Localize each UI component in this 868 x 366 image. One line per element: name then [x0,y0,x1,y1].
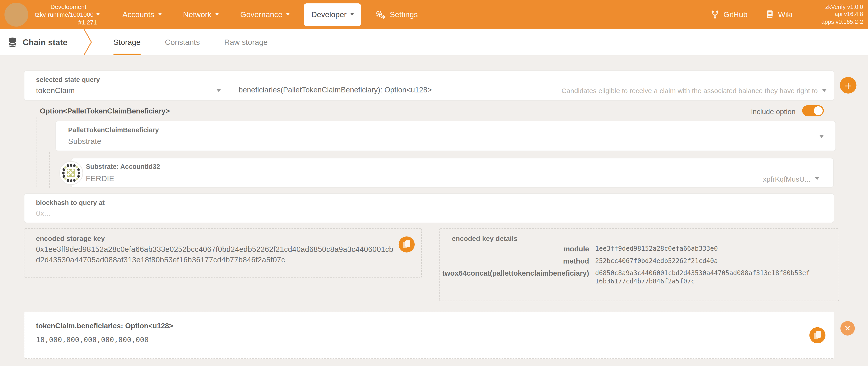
option-wrapper-label: Option<PalletTokenClaimBeneficiary> [40,107,170,115]
detail-value: d6850c8a9a3c4406001cbd2d43530a44705ad088… [595,269,810,286]
app-window: Development tzkv-runtime/1001000 #1,271 … [0,0,868,366]
key-detail-row: method 252bcc4067f0bd24edb52262f21cd40a [440,257,831,265]
breadcrumb-chevron [83,29,93,55]
account-identicon [59,161,83,185]
key-detail-row: twox64concat(pallettokenclaimbeneficiary… [440,269,831,286]
detail-name: module [440,245,589,253]
detail-value: 1ee3ff9ded98152a28c0efa66ab333e0 [595,245,718,253]
tab-constants[interactable]: Constants [165,29,200,55]
api-version: api v16.4.8 [822,11,863,18]
nav-item-developer[interactable]: Developer [304,3,361,26]
include-option-toggle[interactable] [802,105,824,116]
detail-name: method [440,257,589,265]
chevron-down-icon[interactable] [216,89,221,92]
book-icon [767,10,774,19]
chevron-down-icon [158,13,161,16]
query-result-card: tokenClaim.beneficiaries: Option<u128> 1… [24,312,834,359]
apps-version: apps v0.165.2-2 [822,18,863,26]
encoded-key-label: encoded storage key [36,235,105,242]
copy-icon [814,331,821,339]
github-link[interactable]: GitHub [711,10,747,19]
method-dropdown[interactable]: beneficiaries(PalletTokenClaimBeneficiar… [239,86,432,94]
chain-info[interactable]: Development tzkv-runtime/1001000 #1,271 [32,3,99,26]
method-hint: Candidates eligible to receive a claim w… [561,87,818,95]
result-label: tokenClaim.beneficiaries: Option<u128> [36,322,173,330]
chevron-down-icon[interactable] [822,89,826,92]
query-label: selected state query [36,76,100,84]
result-value: 10,000,000,000,000,000,000 [36,336,149,344]
detail-value: 252bcc4067f0bd24edb52262f21cd40a [595,257,718,265]
key-details-rows: module 1ee3ff9ded98152a28c0efa66ab333e0 … [440,245,831,289]
blockhash-label: blockhash to query at [36,199,104,207]
remove-result-button[interactable]: ✕ [840,321,855,336]
detail-name: twox64concat(pallettokenclaimbeneficiary… [440,269,589,286]
state-query-card: selected state query tokenClaim benefici… [24,70,834,101]
tab-raw-storage[interactable]: Raw storage [224,29,268,55]
account-name[interactable]: FERDIE [86,174,114,183]
account-address: xpfrKqfMusU... [763,175,811,183]
copy-icon [403,240,410,248]
chevron-down-icon[interactable] [815,177,819,180]
main-nav: Accounts Network Governance Developer [115,0,425,29]
runtime-version: tzkv-runtime/1001000 [35,10,94,18]
param-type-dropdown[interactable]: Substrate [68,137,101,146]
key-detail-row: module 1ee3ff9ded98152a28c0efa66ab333e0 [440,245,831,253]
include-option-label: include option [751,108,796,116]
tree-guide-line [37,117,37,187]
nav-item-network[interactable]: Network [176,0,226,29]
tab-storage[interactable]: Storage [114,29,141,55]
copy-result-button[interactable] [809,327,826,343]
copy-key-button[interactable] [399,237,415,252]
best-block-number: #1,271 [32,18,97,26]
nav-item-settings[interactable]: Settings [368,0,425,29]
blockhash-input[interactable] [36,209,257,218]
tabs: Storage Constants Raw storage [114,29,268,55]
wiki-link[interactable]: Wiki [767,10,793,19]
nav-item-accounts[interactable]: Accounts [115,0,168,29]
node-version: zkVerify v1.0.0 [822,3,863,11]
toggle-knob [814,106,823,115]
tab-bar: Chain state Storage Constants Raw storag… [0,29,868,55]
encoded-key-line1: 0x1ee3ff9ded98152a28c0efa66ab333e0252bcc… [36,245,393,253]
blockhash-card: blockhash to query at [24,193,834,223]
pallet-dropdown[interactable]: tokenClaim [36,86,75,95]
chevron-down-icon[interactable] [819,135,824,138]
chevron-down-icon [350,13,354,16]
encoded-storage-key-panel: encoded storage key 0x1ee3ff9ded98152a28… [24,228,422,278]
encoded-key-line2: d2d43530a44705ad088af313e18f80b53ef16b36… [36,256,285,264]
param-type-card[interactable]: PalletTokenClaimBeneficiary Substrate [55,121,836,151]
tree-guide-line [49,152,50,188]
section-title: Chain state [8,29,67,55]
chevron-down-icon [215,13,219,16]
chevron-down-icon [286,13,290,16]
section-title-label: Chain state [23,37,67,47]
page-content: selected state query tokenClaim benefici… [0,55,868,366]
version-info: zkVerify v1.0.0 api v16.4.8 apps v0.165.… [822,3,863,26]
account-type-label: Substrate: AccountId32 [86,163,160,171]
database-icon [8,37,17,48]
account-select-card[interactable]: Substrate: AccountId32 FERDIE xpfrKqfMus… [71,158,834,188]
network-name: Development [32,3,86,10]
nav-item-governance[interactable]: Governance [233,0,297,29]
top-bar: Development tzkv-runtime/1001000 #1,271 … [0,0,868,29]
network-logo[interactable] [4,2,28,26]
chevron-down-icon [96,13,100,16]
key-details-label: encoded key details [452,235,518,242]
encoded-key-details-panel: encoded key details module 1ee3ff9ded981… [439,228,839,301]
git-fork-icon [711,10,719,19]
external-links: GitHub Wiki [711,10,793,19]
param-type-label: PalletTokenClaimBeneficiary [68,126,159,134]
gear-icon [375,10,386,19]
add-query-button[interactable]: + [840,77,857,94]
